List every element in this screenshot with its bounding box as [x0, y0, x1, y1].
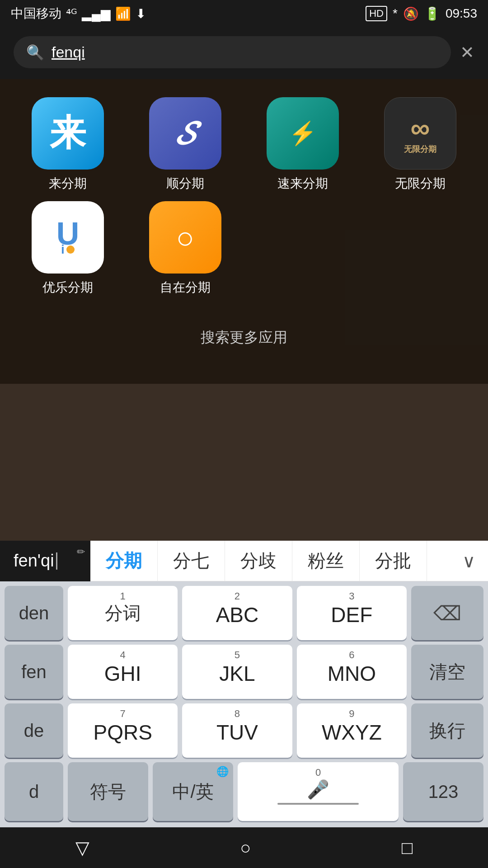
pinyin-bar: fen'qi ✏ 分期 分七 分歧 粉丝 分批 ∨ — [0, 541, 488, 581]
candidate-more-button[interactable]: ∨ — [450, 541, 488, 581]
suggestion-d[interactable]: d — [5, 762, 63, 821]
app-icon-yule: U i — [32, 201, 104, 274]
search-icon: 🔍 — [26, 44, 44, 61]
app-label-su: 速来分期 — [277, 175, 328, 192]
app-icon-shun: 𝓢 — [149, 97, 221, 170]
suggestion-de[interactable]: de — [5, 703, 63, 758]
key-2-abc[interactable]: 2 ABC — [182, 586, 292, 640]
lang-switch-key[interactable]: 🌐 中/英 — [153, 762, 233, 821]
key-1-fenci[interactable]: 1 分词 — [68, 586, 178, 640]
app-item-wux[interactable]: ∞ 无限分期 无限分期 — [366, 97, 474, 192]
clear-key[interactable]: 清空 — [411, 645, 483, 699]
suggestion-den[interactable]: den — [5, 586, 63, 640]
key-3-def[interactable]: 3 DEF — [297, 586, 407, 640]
clear-search-button[interactable]: ✕ — [460, 42, 474, 62]
keyboard: den 1 分词 2 ABC 3 DEF ⌫ — [0, 581, 488, 827]
delete-key[interactable]: ⌫ — [411, 586, 483, 640]
wifi-icon: 📶 — [115, 6, 131, 21]
mute-icon: 🔕 — [403, 6, 419, 21]
candidates-list: 分期 分七 分歧 粉丝 分批 — [90, 541, 450, 581]
nav-home-button[interactable]: ○ — [240, 838, 251, 858]
bottom-row-main: 符号 🌐 中/英 0 🎤 123 — [68, 762, 483, 821]
key-row-2-main: 4 GHI 5 JKL 6 MNO 清空 — [68, 645, 483, 699]
app-item-lai[interactable]: 来 来分期 — [14, 97, 122, 192]
key-9-wxyz[interactable]: 9 WXYZ — [297, 703, 407, 758]
app-item-shun[interactable]: 𝓢 顺分期 — [131, 97, 239, 192]
candidate-4[interactable]: 分批 — [360, 541, 427, 581]
key-6-mno[interactable]: 6 MNO — [297, 645, 407, 699]
app-icon-lai: 来 — [32, 97, 104, 170]
left-suggestions: den — [5, 586, 63, 640]
carrier-text: 中国移动 — [11, 5, 61, 22]
key-row-2: fen 4 GHI 5 JKL 6 MNO 清空 — [0, 645, 488, 699]
left-suggestion-4: d — [5, 762, 63, 821]
key-row-1: den 1 分词 2 ABC 3 DEF ⌫ — [0, 586, 488, 640]
battery-icon: 🔋 — [424, 6, 440, 21]
num-key[interactable]: 123 — [403, 762, 483, 821]
status-right: HD *️ 🔕 🔋 09:53 — [366, 6, 477, 21]
app-icon-su: ⚡ — [267, 97, 339, 170]
key-row-1-main: 1 分词 2 ABC 3 DEF ⌫ — [68, 586, 483, 640]
status-left: 中国移动 ⁴ᴳ ▂▄▆ 📶 ⬇ — [11, 5, 146, 22]
time-display: 09:53 — [446, 6, 477, 21]
app-label-wux: 无限分期 — [395, 175, 446, 192]
nav-back-button[interactable]: ▽ — [75, 837, 89, 858]
nav-bar: ▽ ○ □ — [0, 827, 488, 868]
app-grid-row2: U i 优乐分期 ○ 自在分期 — [0, 201, 488, 314]
pinyin-input-display: fen'qi ✏ — [0, 541, 90, 581]
signal-bars: ▂▄▆ — [82, 6, 111, 21]
key-row-3-main: 7 PQRS 8 TUV 9 WXYZ 换行 — [68, 703, 483, 758]
key-row-bottom: d 符号 🌐 中/英 0 🎤 123 — [0, 762, 488, 827]
signal-4g: ⁴ᴳ — [66, 6, 77, 21]
key-row-3: de 7 PQRS 8 TUV 9 WXYZ 换行 — [0, 703, 488, 758]
app-label-lai: 来分期 — [49, 175, 87, 192]
left-suggestion-3: de — [5, 703, 63, 758]
candidate-2[interactable]: 分歧 — [225, 541, 292, 581]
search-input-wrapper[interactable]: 🔍 fenqi — [14, 36, 451, 68]
symbol-key[interactable]: 符号 — [68, 762, 148, 821]
key-8-tuv[interactable]: 8 TUV — [182, 703, 292, 758]
suggestion-fen[interactable]: fen — [5, 645, 63, 699]
candidate-3[interactable]: 粉丝 — [292, 541, 360, 581]
app-grid-row1: 来 来分期 𝓢 顺分期 ⚡ 速来分期 ∞ 无限分期 无 — [0, 79, 488, 201]
cursor — [56, 552, 57, 570]
nav-recents-button[interactable]: □ — [402, 838, 413, 858]
edit-icon: ✏ — [77, 546, 85, 558]
key-4-ghi[interactable]: 4 GHI — [68, 645, 178, 699]
candidate-1[interactable]: 分七 — [158, 541, 225, 581]
app-item-yule[interactable]: U i 优乐分期 — [14, 201, 122, 296]
left-suggestion-2: fen — [5, 645, 63, 699]
search-query[interactable]: fenqi — [52, 43, 438, 61]
app-item-zizai[interactable]: ○ 自在分期 — [131, 201, 239, 296]
input-area: fen'qi ✏ 分期 分七 分歧 粉丝 分批 ∨ den 1 — [0, 541, 488, 868]
key-5-jkl[interactable]: 5 JKL — [182, 645, 292, 699]
app-item-su[interactable]: ⚡ 速来分期 — [249, 97, 357, 192]
search-bar: 🔍 fenqi ✕ — [0, 27, 488, 79]
download-icon: ⬇ — [136, 6, 146, 21]
app-icon-wux: ∞ 无限分期 — [384, 97, 456, 170]
status-bar: 中国移动 ⁴ᴳ ▂▄▆ 📶 ⬇ HD *️ 🔕 🔋 09:53 — [0, 0, 488, 27]
key-7-pqrs[interactable]: 7 PQRS — [68, 703, 178, 758]
newline-key[interactable]: 换行 — [411, 703, 483, 758]
search-more-link[interactable]: 搜索更多应用 — [0, 314, 488, 375]
space-mic-key[interactable]: 0 🎤 — [238, 762, 399, 821]
app-label-zizai: 自在分期 — [160, 279, 211, 296]
app-icon-zizai: ○ — [149, 201, 221, 274]
pinyin-text: fen'qi — [14, 551, 54, 571]
hd-badge: HD — [366, 6, 387, 21]
app-label-shun: 顺分期 — [166, 175, 204, 192]
candidate-0[interactable]: 分期 — [90, 541, 158, 581]
bluetooth-icon: *️ — [393, 6, 398, 21]
app-label-yule: 优乐分期 — [42, 279, 93, 296]
